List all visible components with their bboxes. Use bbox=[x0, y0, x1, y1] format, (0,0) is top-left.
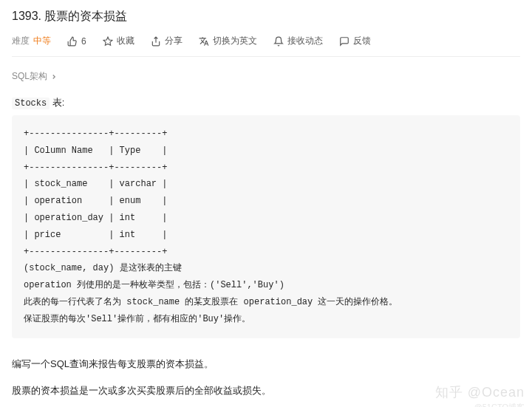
chevron-right-icon bbox=[50, 73, 58, 81]
difficulty-value: 中等 bbox=[33, 35, 51, 47]
watermark-sub: @51CTO博客 bbox=[474, 402, 525, 407]
feedback-icon bbox=[339, 36, 349, 47]
bell-icon bbox=[273, 36, 284, 47]
table-suffix: 表: bbox=[50, 97, 64, 108]
share-icon bbox=[151, 36, 161, 47]
favorite-button[interactable]: 收藏 bbox=[103, 35, 134, 47]
switch-lang-button[interactable]: 切换为英文 bbox=[199, 35, 257, 47]
star-icon bbox=[103, 36, 113, 47]
share-label: 分享 bbox=[165, 35, 183, 47]
subscribe-button[interactable]: 接收动态 bbox=[273, 35, 323, 47]
paragraph-2: 股票的资本损益是一次或多次买卖股票后的全部收益或损失。 bbox=[12, 383, 520, 399]
share-button[interactable]: 分享 bbox=[151, 35, 183, 47]
favorite-label: 收藏 bbox=[117, 35, 134, 47]
switch-lang-label: 切换为英文 bbox=[213, 35, 257, 47]
sql-schema-link[interactable]: SQL架构 bbox=[12, 70, 520, 83]
difficulty-label: 难度 bbox=[12, 35, 30, 47]
sql-schema-label: SQL架构 bbox=[12, 70, 47, 83]
translate-icon bbox=[199, 36, 209, 47]
difficulty: 难度 中等 bbox=[12, 35, 51, 47]
problem-title: 1393. 股票的资本损益 bbox=[12, 9, 520, 24]
svg-marker-0 bbox=[103, 37, 112, 45]
thumbs-up-icon bbox=[67, 36, 78, 47]
like-count: 6 bbox=[81, 36, 86, 47]
action-bar: 难度 中等 6 收藏 分享 切换为英文 接收动态 反馈 bbox=[12, 35, 520, 57]
feedback-button[interactable]: 反馈 bbox=[339, 35, 371, 47]
subscribe-label: 接收动态 bbox=[287, 35, 323, 47]
table-label: Stocks 表: bbox=[12, 96, 520, 109]
table-name-code: Stocks bbox=[12, 98, 50, 109]
feedback-label: 反馈 bbox=[353, 35, 371, 47]
schema-code-block: +---------------+---------+ | Column Nam… bbox=[12, 115, 520, 338]
paragraph-1: 编写一个SQL查询来报告每支股票的资本损益。 bbox=[12, 356, 520, 372]
like-button[interactable]: 6 bbox=[67, 36, 86, 47]
